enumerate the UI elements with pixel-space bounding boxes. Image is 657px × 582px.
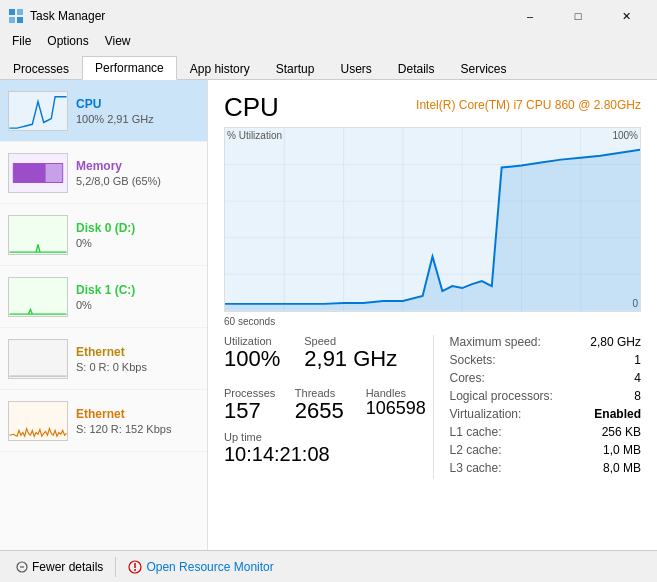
tab-processes[interactable]: Processes bbox=[0, 57, 82, 80]
l2-cache-label: L2 cache: bbox=[450, 443, 502, 457]
disk0-info: Disk 0 (D:) 0% bbox=[76, 221, 199, 249]
disk1-info: Disk 1 (C:) 0% bbox=[76, 283, 199, 311]
disk0-thumbnail bbox=[8, 215, 68, 255]
fewer-details-button[interactable]: Fewer details bbox=[8, 556, 111, 578]
handles-stat: Handles 106598 bbox=[366, 387, 433, 423]
minimize-button[interactable]: – bbox=[507, 5, 553, 27]
eth1-label: Ethernet bbox=[76, 345, 199, 359]
cpu-sub: 100% 2,91 GHz bbox=[76, 113, 199, 125]
speed-value: 2,91 GHz bbox=[304, 347, 397, 371]
eth2-sub: S: 120 R: 152 Kbps bbox=[76, 423, 199, 435]
stats-grid: Utilization 100% Speed 2,91 GHz Processe… bbox=[224, 335, 641, 479]
disk0-sub: 0% bbox=[76, 237, 199, 249]
window-title: Task Manager bbox=[30, 9, 105, 23]
sidebar: CPU 100% 2,91 GHz Memory 5,2/8,0 GB (65%… bbox=[0, 80, 208, 550]
main-content: CPU 100% 2,91 GHz Memory 5,2/8,0 GB (65%… bbox=[0, 80, 657, 550]
disk1-label: Disk 1 (C:) bbox=[76, 283, 199, 297]
menu-options[interactable]: Options bbox=[39, 32, 96, 50]
maximize-button[interactable]: □ bbox=[555, 5, 601, 27]
uptime-section: Up time 10:14:21:08 bbox=[224, 431, 433, 465]
fewer-details-label: Fewer details bbox=[32, 560, 103, 574]
processes-value: 157 bbox=[224, 399, 291, 423]
cpu-label: CPU bbox=[76, 97, 199, 111]
logical-processors-value: 8 bbox=[634, 389, 641, 403]
memory-label: Memory bbox=[76, 159, 199, 173]
l2-cache-value: 1,0 MB bbox=[603, 443, 641, 457]
footer-bar: Fewer details Open Resource Monitor bbox=[0, 550, 657, 582]
uptime-label: Up time bbox=[224, 431, 433, 443]
memory-info: Memory 5,2/8,0 GB (65%) bbox=[76, 159, 199, 187]
cpu-info: CPU 100% 2,91 GHz bbox=[76, 97, 199, 125]
max-speed-row: Maximum speed: 2,80 GHz bbox=[450, 335, 642, 349]
sidebar-item-cpu[interactable]: CPU 100% 2,91 GHz bbox=[0, 80, 207, 142]
sockets-label: Sockets: bbox=[450, 353, 496, 367]
l1-cache-value: 256 KB bbox=[602, 425, 641, 439]
eth1-thumbnail bbox=[8, 339, 68, 379]
sidebar-item-disk1[interactable]: Disk 1 (C:) 0% bbox=[0, 266, 207, 328]
cores-row: Cores: 4 bbox=[450, 371, 642, 385]
detail-panel: CPU Intel(R) Core(TM) i7 CPU 860 @ 2.80G… bbox=[208, 80, 657, 550]
svg-rect-5 bbox=[13, 163, 45, 182]
svg-rect-2 bbox=[9, 17, 15, 23]
l2-cache-row: L2 cache: 1,0 MB bbox=[450, 443, 642, 457]
eth1-sub: S: 0 R: 0 Kbps bbox=[76, 361, 199, 373]
cpu-chart: % Utilization 100% 0 bbox=[224, 127, 641, 312]
memory-thumbnail bbox=[8, 153, 68, 193]
l1-cache-row: L1 cache: 256 KB bbox=[450, 425, 642, 439]
tab-app-history[interactable]: App history bbox=[177, 57, 263, 80]
footer-separator bbox=[115, 557, 116, 577]
disk1-sub: 0% bbox=[76, 299, 199, 311]
sidebar-item-eth1[interactable]: Ethernet S: 0 R: 0 Kbps bbox=[0, 328, 207, 390]
sidebar-item-eth2[interactable]: Ethernet S: 120 R: 152 Kbps bbox=[0, 390, 207, 452]
cores-label: Cores: bbox=[450, 371, 485, 385]
disk1-thumbnail bbox=[8, 277, 68, 317]
uptime-value: 10:14:21:08 bbox=[224, 443, 433, 465]
threads-stat: Threads 2655 bbox=[295, 387, 362, 423]
sidebar-item-memory[interactable]: Memory 5,2/8,0 GB (65%) bbox=[0, 142, 207, 204]
tabs-bar: Processes Performance App history Startu… bbox=[0, 52, 657, 80]
app-icon bbox=[8, 8, 24, 24]
tab-performance[interactable]: Performance bbox=[82, 56, 177, 80]
resource-monitor-icon bbox=[128, 560, 142, 574]
fewer-details-icon bbox=[16, 561, 28, 573]
l3-cache-row: L3 cache: 8,0 MB bbox=[450, 461, 642, 475]
eth2-thumbnail bbox=[8, 401, 68, 441]
open-resource-monitor-button[interactable]: Open Resource Monitor bbox=[120, 556, 281, 578]
cpu-thumbnail bbox=[8, 91, 68, 131]
menu-bar: File Options View bbox=[0, 30, 657, 52]
l1-cache-label: L1 cache: bbox=[450, 425, 502, 439]
window-controls: – □ ✕ bbox=[507, 5, 649, 27]
tab-details[interactable]: Details bbox=[385, 57, 448, 80]
menu-view[interactable]: View bbox=[97, 32, 139, 50]
svg-rect-0 bbox=[9, 9, 15, 15]
sidebar-item-disk0[interactable]: Disk 0 (D:) 0% bbox=[0, 204, 207, 266]
max-speed-value: 2,80 GHz bbox=[590, 335, 641, 349]
sockets-row: Sockets: 1 bbox=[450, 353, 642, 367]
svg-rect-1 bbox=[17, 9, 23, 15]
eth2-label: Ethernet bbox=[76, 407, 199, 421]
tab-users[interactable]: Users bbox=[327, 57, 384, 80]
handles-value: 106598 bbox=[366, 399, 433, 419]
detail-title: CPU bbox=[224, 92, 279, 123]
menu-file[interactable]: File bbox=[4, 32, 39, 50]
threads-value: 2655 bbox=[295, 399, 362, 423]
virtualization-value: Enabled bbox=[594, 407, 641, 421]
memory-sub: 5,2/8,0 GB (65%) bbox=[76, 175, 199, 187]
logical-processors-label: Logical processors: bbox=[450, 389, 553, 403]
sockets-value: 1 bbox=[634, 353, 641, 367]
eth1-info: Ethernet S: 0 R: 0 Kbps bbox=[76, 345, 199, 373]
svg-marker-16 bbox=[225, 150, 640, 311]
stats-right: Maximum speed: 2,80 GHz Sockets: 1 Cores… bbox=[433, 335, 642, 479]
tab-startup[interactable]: Startup bbox=[263, 57, 328, 80]
virtualization-label: Virtualization: bbox=[450, 407, 522, 421]
max-speed-label: Maximum speed: bbox=[450, 335, 541, 349]
processes-stat: Processes 157 bbox=[224, 387, 291, 423]
cores-value: 4 bbox=[634, 371, 641, 385]
detail-header: CPU Intel(R) Core(TM) i7 CPU 860 @ 2.80G… bbox=[224, 92, 641, 123]
tab-services[interactable]: Services bbox=[448, 57, 520, 80]
utilization-value: 100% bbox=[224, 347, 280, 371]
open-resource-monitor-label: Open Resource Monitor bbox=[146, 560, 273, 574]
close-button[interactable]: ✕ bbox=[603, 5, 649, 27]
svg-point-21 bbox=[134, 569, 136, 571]
utilization-stat: Utilization 100% bbox=[224, 335, 280, 371]
